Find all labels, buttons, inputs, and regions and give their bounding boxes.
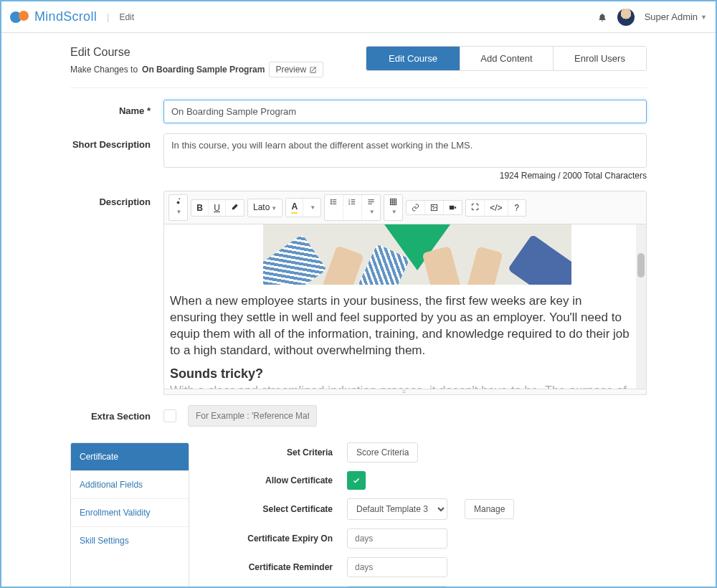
avatar[interactable]	[617, 9, 635, 26]
svg-rect-3	[333, 201, 337, 202]
editor-fade-text: With a clear and streamlined induction p…	[170, 383, 632, 389]
editor-hero-image	[263, 224, 571, 285]
preview-label: Preview	[275, 65, 306, 75]
svg-text:3: 3	[348, 203, 350, 206]
top-bar: MindScroll | Edit Super Admin ▼	[1, 1, 716, 33]
svg-point-0	[331, 199, 332, 201]
svg-rect-14	[369, 204, 373, 204]
allow-cert-label: Allow Certificate	[232, 475, 347, 485]
svg-point-4	[331, 203, 332, 204]
bell-icon[interactable]	[597, 12, 607, 22]
short-desc-label: Short Description	[70, 133, 163, 181]
font-family-select[interactable]: Lato▼	[248, 199, 282, 217]
svg-point-21	[432, 206, 434, 207]
svg-rect-9	[351, 201, 356, 202]
ul-button[interactable]	[325, 195, 343, 220]
extra-section-label: Extra Section	[70, 405, 163, 427]
extra-section-input	[188, 405, 317, 427]
svg-rect-12	[369, 199, 374, 200]
resize-handle[interactable]: ≡	[163, 389, 647, 395]
editor-paragraph: When a new employee starts in your busin…	[170, 293, 632, 359]
editor-heading: Sounds tricky?	[170, 366, 632, 381]
font-color-dropdown[interactable]: ▼	[303, 199, 320, 217]
tab-add-content[interactable]: Add Content	[460, 47, 553, 70]
select-cert-label: Select Certificate	[232, 504, 347, 514]
video-button[interactable]	[444, 201, 462, 214]
subtitle-course-name: On Boarding Sample Program	[142, 65, 265, 75]
breadcrumb: Edit	[119, 12, 134, 22]
divider: |	[107, 11, 109, 22]
settings-side-tabs: Certificate Additional Fields Enrollment…	[70, 442, 189, 588]
editor-body[interactable]: When a new employee starts in your busin…	[163, 224, 647, 389]
code-view-button[interactable]: </>	[485, 200, 508, 216]
brand-logo-icon	[10, 11, 30, 24]
cert-reminder-input[interactable]	[347, 557, 447, 577]
underline-button[interactable]: U	[209, 200, 226, 216]
image-button[interactable]	[425, 201, 444, 214]
divider	[70, 87, 647, 88]
svg-rect-13	[369, 201, 374, 202]
eraser-button[interactable]	[226, 200, 244, 216]
paragraph-button[interactable]: ▼	[362, 195, 380, 220]
tab-enroll-users[interactable]: Enroll Users	[553, 47, 646, 70]
table-button[interactable]: ▼	[384, 195, 402, 220]
course-tabs: Edit Course Add Content Enroll Users	[366, 46, 647, 71]
brand-name: MindScroll	[34, 9, 97, 24]
ol-button[interactable]: 123	[343, 195, 362, 220]
subtitle-prefix: Make Changes to	[70, 65, 138, 75]
side-tab-skill-settings[interactable]: Skill Settings	[71, 527, 189, 554]
editor-toolbar: ▼ B U Lato▼ A ▼	[163, 191, 647, 224]
svg-rect-1	[333, 199, 337, 200]
certificate-select[interactable]: Default Template 3	[347, 498, 447, 520]
svg-rect-7	[351, 199, 356, 200]
magic-icon[interactable]: ▼	[169, 195, 187, 220]
fullscreen-button[interactable]	[466, 200, 485, 216]
bold-button[interactable]: B	[191, 200, 209, 216]
scrollbar[interactable]	[636, 224, 646, 389]
svg-rect-11	[351, 204, 356, 204]
name-input[interactable]	[163, 100, 647, 123]
link-button[interactable]	[407, 201, 425, 214]
check-icon	[352, 476, 361, 485]
svg-rect-5	[333, 204, 337, 204]
cert-reminder-label: Certificate Reminder	[232, 562, 347, 572]
char-count: 1924 Remaing / 2000 Total Characters	[163, 171, 647, 181]
svg-rect-15	[391, 199, 397, 204]
page-title: Edit Course	[70, 46, 323, 59]
caret-down-icon: ▼	[701, 14, 707, 21]
tab-edit-course[interactable]: Edit Course	[366, 47, 460, 70]
desc-label: Description	[70, 191, 163, 395]
user-menu[interactable]: Super Admin ▼	[645, 11, 707, 22]
manage-button[interactable]: Manage	[465, 499, 514, 519]
svg-point-2	[331, 201, 332, 203]
allow-cert-toggle[interactable]	[347, 471, 366, 490]
font-color-button[interactable]: A	[286, 199, 303, 217]
short-desc-input[interactable]: In this course, you will learn about the…	[163, 133, 647, 168]
help-button[interactable]: ?	[508, 200, 526, 216]
svg-rect-22	[450, 206, 454, 210]
extra-section-checkbox[interactable]	[163, 409, 176, 422]
user-name-label: Super Admin	[645, 11, 698, 22]
side-tab-additional-fields[interactable]: Additional Fields	[71, 471, 189, 499]
cert-expiry-input[interactable]	[347, 528, 447, 549]
share-icon	[309, 66, 317, 74]
preview-button[interactable]: Preview	[269, 62, 323, 77]
score-criteria-button[interactable]: Score Criteria	[347, 442, 418, 463]
brand-logo[interactable]: MindScroll	[10, 9, 97, 24]
name-label: Name *	[70, 100, 163, 123]
page-subtitle: Make Changes to On Boarding Sample Progr…	[70, 62, 323, 77]
side-tab-certificate[interactable]: Certificate	[71, 443, 189, 471]
cert-expiry-label: Certificate Expiry On	[232, 534, 347, 544]
set-criteria-label: Set Criteria	[232, 447, 347, 457]
side-tab-enrollment-validity[interactable]: Enrollment Validity	[71, 499, 189, 527]
scroll-thumb[interactable]	[637, 253, 645, 278]
